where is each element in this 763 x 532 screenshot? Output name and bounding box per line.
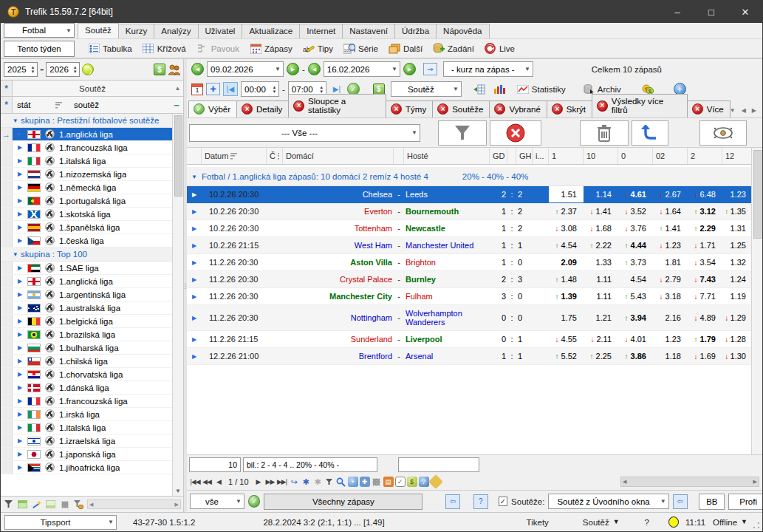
další-button[interactable]: Další [384,41,427,56]
table-scrollbar[interactable] [751,148,762,454]
profi-button[interactable]: Profi [728,494,763,510]
filter-tab-týmy[interactable]: ×Týmy [386,100,433,117]
column-header-Domácí[interactable]: Domácí [283,148,394,164]
nav-first-icon[interactable]: |◀◀ [190,477,200,488]
column-header-i...[interactable]: i... [533,148,549,164]
expand-arrow-icon[interactable]: ▶ [187,254,202,270]
sidebar-item-league[interactable]: ▶1.dánská liga [1,381,172,395]
expand-arrow-icon[interactable]: ▶ [13,437,27,444]
league-mode-combo[interactable]: Soutěž ▼ [391,81,462,97]
clear-filter-button[interactable] [490,120,541,146]
connection-indicator[interactable] [668,516,679,528]
tab-nastavení[interactable]: Nastavení [342,24,395,38]
count-input[interactable]: 10 [189,457,241,472]
bookmaker-combo[interactable]: Tipsport ▼ [4,515,117,530]
coins-small-icon[interactable]: $ [407,477,417,487]
expand-arrow-icon[interactable]: ▶ [13,344,27,351]
layout-green-icon[interactable] [17,499,28,510]
close-button[interactable]: ✕ [728,1,762,23]
table-export-icon[interactable] [473,84,485,95]
tabulka-button[interactable]: Tabulka [83,41,137,56]
table-row[interactable]: ▶10.2.26 21:15West Ham-Manchester United… [187,237,751,254]
tab-soutěž[interactable]: Soutěž [78,23,119,38]
sidebar-item-league[interactable]: →▶1.anglická liga [1,128,172,141]
sort-icon[interactable] [55,102,64,109]
expand-arrow-icon[interactable]: ▶ [13,278,27,284]
money-icon[interactable]: $ [154,64,165,75]
expand-arrow-icon[interactable]: ▶ [13,197,27,204]
star-gray-icon[interactable]: ✱ [312,477,323,488]
table-row[interactable]: ▶11.2.26 21:15Sunderland-Liverpool0:1↓4.… [187,331,751,348]
refresh-icon[interactable]: ↪ [289,477,299,488]
sidebar-item-league[interactable]: ▶1.španělská liga [1,221,172,234]
table-row[interactable]: ▶12.2.26 21:00Brentford-Arsenal1:1↑5.52↑… [187,348,751,365]
help-small-icon[interactable]: ? [473,494,488,509]
star-blue-icon[interactable]: ✱ [301,477,311,488]
table-row[interactable]: ▶10.2.26 20:30Everton-Bournemouth1:2↑2.3… [187,203,751,220]
nav-prev-page-icon[interactable]: ◀◀ [202,477,212,488]
sidebar-item-league[interactable]: ▶1.chilská liga [1,355,172,368]
sidebar-item-league[interactable]: ▶1.nizozemská liga [1,168,172,181]
zápasy-button[interactable]: Zápasy [245,41,297,56]
panel-left-icon[interactable]: ⇦ [445,494,460,509]
expand-arrow-icon[interactable]: ▶ [13,358,27,364]
tab-nápověda[interactable]: Nápověda [436,24,489,38]
date-from-combo[interactable]: 09.02.2026 ▼ [207,61,284,77]
report-icon[interactable]: ▤ [383,477,394,487]
help-icon[interactable]: ? [419,477,429,487]
column-header-12[interactable]: 12 [722,148,751,164]
nav-last-icon[interactable]: ▶▶| [277,477,287,488]
tab-uživatel[interactable]: Uživatel [198,24,243,38]
sidebar-item-league[interactable]: ▶1.německá liga [1,181,172,194]
zadání-button[interactable]: Zadání [428,41,479,56]
expand-arrow-icon[interactable]: ▶ [187,348,202,364]
sidebar-item-league[interactable]: ▶1.belgická liga [1,315,172,328]
sidebar-item-league[interactable]: ▶1.francouzská liga [1,141,172,154]
small-funnel-icon[interactable] [324,477,335,488]
sidebar-item-league[interactable]: ▶1.australská liga [1,301,172,315]
all-matches-button[interactable]: Všechny zápasy [264,494,422,510]
delete-button[interactable] [580,120,629,146]
expand-arrow-icon[interactable]: ▶ [13,224,27,231]
layout-plain-icon[interactable] [45,499,56,510]
expand-arrow-icon[interactable]: ▶ [13,184,27,191]
tipy-button[interactable]: abTipy [298,41,338,56]
tickets-menu[interactable]: Tikety [527,518,549,527]
table-row[interactable]: ▶10.2.26 20:30Tottenham-Newcastle1:2↓3.0… [187,220,751,237]
nav-prev-icon[interactable]: ◀ [213,477,224,488]
filter-tab-detaily[interactable]: ×Detaily [236,100,289,117]
date-from-prev-icon[interactable]: ◀ [191,63,204,75]
confirm-icon[interactable]: ✓ [248,495,260,508]
bar-chart-icon[interactable] [494,84,505,94]
column-header-10[interactable]: 10 [584,148,618,164]
season-to-spinner[interactable]: 2026 ▲▼ [46,62,80,77]
column-header-Datum[interactable]: Datum [202,148,267,164]
sport-combo[interactable]: Fotbal ▼ [4,23,75,38]
sidebar-item-league[interactable]: ▶1.jihoafrická liga [1,461,172,474]
date-to-combo[interactable]: 16.02.2026 ▼ [324,61,400,77]
live-button[interactable]: Live [480,41,519,56]
skip-to-start-icon[interactable]: |◀ [223,82,238,96]
expand-arrow-icon[interactable]: ▶ [13,211,27,217]
sidebar-item-league[interactable]: ▶1.brazilská liga [1,328,172,341]
expand-arrow-icon[interactable]: ▶ [187,186,202,202]
tab-internet[interactable]: Internet [299,24,343,38]
sidebar-item-league[interactable]: ▶1.francouzská liga [1,395,172,408]
column-header-Č[interactable]: Č [267,148,283,164]
balance-input[interactable]: bil.: 2 - 4 - 4 .. 20% - 40% - [243,457,377,472]
scrollbar-thumb[interactable] [753,150,762,239]
column-header-0[interactable]: 0 [618,148,653,164]
tag-icon[interactable] [428,474,443,489]
column-header-GH[interactable]: GH [516,148,533,164]
expand-arrow-icon[interactable]: ▶ [187,220,202,236]
collapse-minus-icon[interactable]: − [170,100,183,111]
panel-left-icon[interactable]: ⇦ [673,494,688,509]
sidebar-item-league[interactable]: ▶1.argentinská liga [1,288,172,301]
bb-button[interactable]: BB [699,494,725,510]
column-header-Hosté[interactable]: Hosté [404,148,490,164]
chevron-down-icon[interactable]: ▼ [730,107,736,114]
tab-kurzy[interactable]: Kurzy [118,24,154,38]
sidebar-item-league[interactable]: ▶1.portugalská liga [1,194,172,208]
expand-arrow-icon[interactable]: ▶ [13,318,27,324]
sidebar-item-league[interactable]: ▶1.česká liga [1,234,172,248]
